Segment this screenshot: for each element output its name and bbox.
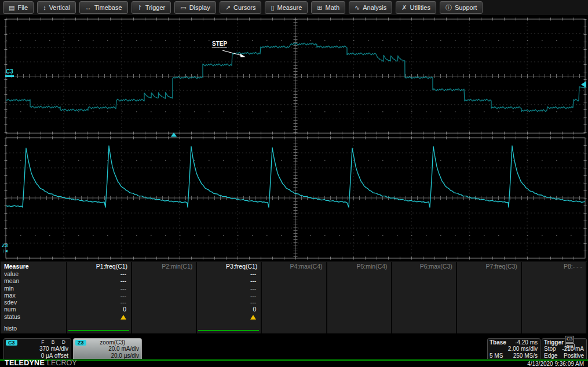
measure-cell-max [262,292,326,299]
measure-cell-mean [327,277,391,284]
measure-cell-max [457,292,521,299]
measure-cell-mean [132,277,196,284]
measure-cell-status [327,313,391,320]
menu-button-utilities[interactable]: ✗Utilities [396,1,436,14]
measure-cell-min [132,285,196,292]
menu-button-measure[interactable]: ▯Measure [265,1,308,14]
menu-button-cursors[interactable]: ↗Cursors [220,1,262,14]
measure-column-p5: P5:min(C4) [327,262,392,333]
info-icon: ⓘ [445,5,452,11]
tbase-rate: 250 MS/s [513,353,538,359]
timebase-descriptor-box[interactable]: Tbase -4.20 ms 2.00 ms/div 5 MS 250 MS/s [487,338,540,359]
menu-button-timebase[interactable]: ↔Timebase [79,1,128,14]
z3-horizontal-scale: 20.0 µs/div [75,353,139,359]
measure-column-p8: P8:- - - [522,262,587,333]
measure-cell-mean: --- [67,277,131,284]
datetime: 4/13/2020 9:36:09 AM [527,361,584,367]
measure-header-p1[interactable]: P1:freq(C1) [67,262,131,270]
trigger-source-chip: C3 [565,336,574,343]
measure-cell-sdev: --- [197,299,261,306]
brand-logo: TELEDYNELECROY [5,359,76,367]
measure-cell-histo [67,325,131,333]
measure-cell-mean [522,277,586,284]
measure-header-p5[interactable]: P5:min(C4) [327,262,391,270]
measure-cell-max [327,292,391,299]
c3-scale: 370 mA/div [6,346,68,352]
measure-column-p1: P1:freq(C1)---------------0 [67,262,132,333]
measure-cell-histo [327,325,391,333]
measure-cell-status [197,313,261,320]
tbase-label: Tbase [490,339,506,346]
measure-column-p7: P7:freq(C3) [457,262,522,333]
measure-column-p6: P6:max(C3) [392,262,457,333]
measure-column-p4: P4:max(C4) [262,262,327,333]
trigger-type: Edge [544,353,557,359]
c3-offset: 0 µA offset [6,353,68,359]
measure-cell-histo [197,325,261,333]
measure-cell-max [392,292,456,299]
menu-button-display[interactable]: ▭Display [174,1,216,14]
menu-button-trigger[interactable]: ↾Trigger [132,1,171,14]
measure-cell-value [262,270,326,277]
trigger-mode: Stop [544,346,556,352]
measure-cell-histo [392,325,456,333]
measure-row-label: value [1,270,66,277]
measure-cell-sdev [132,299,196,306]
measure-cell-num: 0 [197,306,261,313]
measure-cell-status [67,313,131,320]
menu-button-math[interactable]: ⊞Math [311,1,345,14]
menu-button-file[interactable]: ▤File [3,1,34,14]
measure-header-p3[interactable]: P3:freq(C1) [197,262,261,270]
measure-row-label: sdev [1,299,66,306]
measure-cell-num [327,306,391,313]
measure-cell-num: 0 [67,306,131,313]
c3-channel-label[interactable]: C3 [6,68,13,75]
z3-descriptor-box[interactable]: Z3 zoom(C3) 20.0 mA/div 20.0 µs/div [73,338,142,359]
tbase-delay: -4.20 ms [515,339,538,346]
measure-row-label: status [1,313,66,320]
measure-cell-num [522,306,586,313]
measure-header-p2[interactable]: P2:min(C1) [132,262,196,270]
measure-cell-value: --- [197,270,261,277]
trigger-descriptor-box[interactable]: Trigger C3DC Stop -210 mA Edge Positive [542,338,587,359]
calculator-icon: ⊞ [317,5,322,11]
file-icon: ▤ [9,5,14,11]
measure-cell-sdev [327,299,391,306]
measure-row-label: mean [1,277,66,284]
measure-header-p6[interactable]: P6:max(C3) [392,262,456,270]
measure-cell-mean [262,277,326,284]
tbase-scale: 2.00 ms/div [490,346,538,352]
waveform-chart-icon: ∿ [355,5,360,11]
c3-zero-level-marker[interactable] [5,75,14,77]
menu-button-vertical[interactable]: ↕Vertical [37,1,76,14]
histogram-baseline [198,330,259,331]
measure-cell-histo [262,325,326,333]
measure-cell-sdev [522,299,586,306]
menu-label: Trigger [145,4,165,11]
measure-cell-status [262,313,326,320]
measure-cell-num [262,306,326,313]
measure-header-p8[interactable]: P8:- - - [522,262,586,270]
bottom-graticule [6,138,585,258]
menu-button-analysis[interactable]: ∿Analysis [349,1,392,14]
measure-cell-max [522,292,586,299]
menu-label: Vertical [49,4,70,11]
menu-label: Utilities [410,4,430,11]
measure-cell-value [522,270,586,277]
measure-cell-status [457,313,521,320]
measure-cell-status [392,313,456,320]
measure-cell-value [457,270,521,277]
measure-cell-value: --- [67,270,131,277]
c3-chip: C3 [6,340,17,346]
top-graticule [6,19,585,133]
menu-label: Timebase [94,4,122,11]
measure-row-label: min [1,285,66,292]
menu-button-support[interactable]: ⓘSupport [440,1,483,14]
measure-row-label: max [1,292,66,299]
c3-descriptor-box[interactable]: C3 F B D 370 mA/div 0 µA offset [3,338,71,359]
tbase-samples: 5 MS [490,353,503,359]
measure-header-p4[interactable]: P4:max(C4) [262,262,326,270]
measure-cell-min [457,285,521,292]
measure-cell-num [392,306,456,313]
measure-header-p7[interactable]: P7:freq(C3) [457,262,521,270]
